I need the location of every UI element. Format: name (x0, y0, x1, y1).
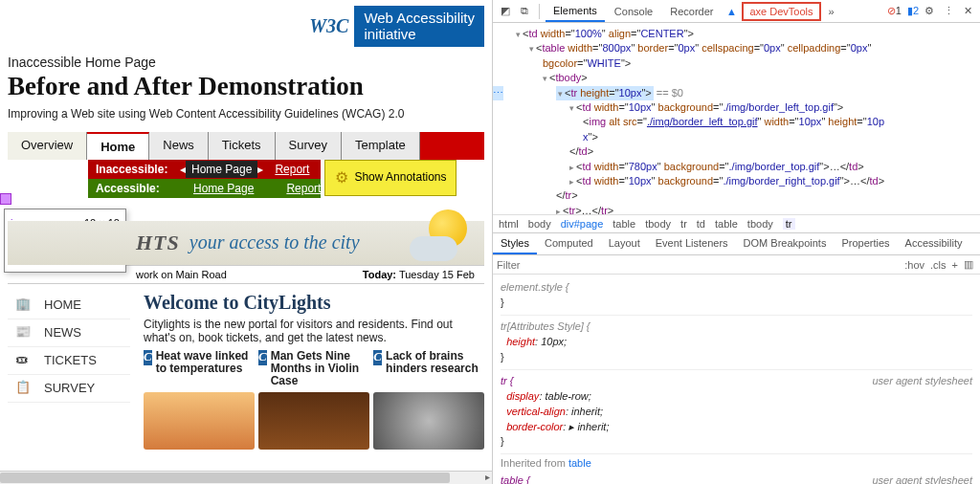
card-image (258, 392, 369, 450)
crumb[interactable]: body (528, 218, 551, 230)
tab-tickets[interactable]: Tickets (209, 132, 276, 160)
message-badge[interactable]: ▮2 (907, 5, 919, 17)
styles-tab-dombp[interactable]: DOM Breakpoints (736, 233, 835, 254)
today-val: Tuesday 15 Feb (399, 269, 475, 280)
styles-tab-a11y[interactable]: Accessibility (898, 233, 970, 254)
tab-survey[interactable]: Survey (276, 132, 342, 160)
ua-label: user agent stylesheet (872, 473, 972, 484)
horizontal-scrollbar[interactable]: ▸ (0, 471, 492, 484)
bar-inaccessible: Inaccessible: ◂ Home Page ▸ Report (88, 160, 321, 179)
nav-home[interactable]: HOME (8, 292, 130, 319)
primary-tabs: Overview Home News Tickets Survey Templa… (8, 132, 484, 160)
strip-left: work on Main Road (136, 269, 227, 280)
main-column: Welcome to CityLights Citylights is the … (130, 292, 484, 450)
css-prop: display (506, 390, 539, 402)
devtools-tab-console[interactable]: Console (607, 2, 660, 21)
cls-toggle[interactable]: .cls (927, 259, 949, 271)
card-3[interactable]: CLack of brains hinders research (373, 350, 484, 450)
tab-home[interactable]: Home (87, 132, 149, 160)
styles-tab-layout[interactable]: Layout (601, 233, 648, 254)
error-badge[interactable]: ⊘1 (887, 5, 902, 17)
bar-home-page-link[interactable]: Home Page (193, 182, 254, 195)
intro-text: Citylights is the new portal for visitor… (144, 318, 479, 344)
strip-right: Today: Tuesday 15 Feb (363, 269, 475, 280)
bar-inacc-label: Inaccessible: (88, 163, 180, 176)
sub-bars: Inaccessible: ◂ Home Page ▸ Report Acces… (88, 160, 321, 198)
nav-label: SURVEY (44, 381, 95, 395)
brand-band: HTS your access to the city (8, 221, 484, 265)
inspect-highlight-box (0, 193, 11, 205)
tab-news[interactable]: News (149, 132, 209, 160)
bar-acc-label: Accessible: (88, 182, 180, 195)
bar-home-page[interactable]: Home Page (186, 161, 257, 178)
kebab-icon[interactable]: ⋮ (940, 3, 957, 20)
nav-survey[interactable]: SURVEY (8, 375, 130, 403)
sub-bars-wrap: Inaccessible: ◂ Home Page ▸ Report Acces… (8, 160, 484, 198)
devtools-tabbar: ◩ ⧉ Elements Console Recorder ▲ axe DevT… (493, 0, 980, 23)
dom-tree[interactable]: <td width="100%" align="CENTER"> <table … (493, 23, 980, 214)
slogan-text: your access to the city (189, 231, 360, 253)
dom-breadcrumbs[interactable]: html body div#page table tbody tr td tab… (493, 214, 980, 233)
card-image (373, 392, 484, 450)
scroll-right-arrow-icon[interactable]: ▸ (485, 472, 490, 482)
card-2[interactable]: CMan Gets Nine Months in Violin Case (258, 350, 369, 450)
scroll-thumb[interactable] (0, 473, 450, 483)
styles-tab-computed[interactable]: Computed (537, 233, 601, 254)
styles-pane[interactable]: element.style {} tr[Attributes Style] { … (493, 275, 980, 484)
devtools-tab-axe[interactable]: axe DevTools (742, 2, 820, 21)
styles-filter-row: :hov .cls + ▥ (493, 255, 980, 275)
dom-src-link[interactable]: ./img/border_left_top.gif (647, 116, 758, 127)
close-icon[interactable]: ✕ (959, 3, 976, 20)
styles-tab-listeners[interactable]: Event Listeners (648, 233, 736, 254)
page-title: Before and After Demonstration (8, 72, 484, 101)
nav-label: HOME (44, 297, 81, 312)
subtitle-2: Improving a Web site using Web Content A… (8, 107, 484, 121)
settings-icon[interactable]: ⚙ (921, 3, 938, 20)
nav-tickets[interactable]: TICKETS (8, 347, 130, 375)
card-image (144, 392, 255, 450)
c-icon: C (258, 350, 267, 365)
css-val: 10px; (541, 336, 567, 347)
device-toggle-icon[interactable]: ⧉ (516, 3, 533, 20)
plus-icon[interactable]: + (949, 259, 961, 271)
css-prop: border-color (506, 421, 563, 432)
crumb[interactable]: td (697, 218, 705, 230)
crumb[interactable]: table (612, 218, 635, 230)
crumb[interactable]: html (499, 218, 519, 230)
crumb[interactable]: div#page (561, 218, 604, 230)
styles-filter-input[interactable] (497, 259, 902, 271)
sidebar-toggle-icon[interactable]: ▥ (961, 258, 976, 271)
wai-badge: W3C Web Accessibility initiative (309, 6, 484, 47)
ua-label: user agent stylesheet (872, 374, 972, 389)
bar-report-link-1[interactable]: Report (275, 163, 309, 176)
msg-count: 2 (913, 5, 919, 16)
crumb[interactable]: table (715, 218, 738, 230)
crumb[interactable]: tr (680, 218, 687, 230)
more-tabs-icon[interactable]: » (823, 3, 840, 20)
css-val: ▸ inherit; (568, 421, 609, 432)
card-title: Lack of brains hinders research (386, 350, 484, 388)
ticket-icon (15, 352, 36, 369)
styles-tab-props[interactable]: Properties (834, 233, 897, 254)
inherit-tag[interactable]: table (568, 457, 591, 469)
annot-label: Show Annotations (354, 171, 446, 184)
devtools-tab-recorder[interactable]: Recorder (662, 2, 721, 21)
nav-news[interactable]: NEWS (8, 319, 130, 347)
bar-report-link-2[interactable]: Report (286, 182, 321, 195)
crumb-selected[interactable]: tr (783, 218, 795, 230)
styles-tab-styles[interactable]: Styles (493, 233, 537, 254)
card-1[interactable]: CHeat wave linked to temperatures (144, 350, 255, 450)
crumb[interactable]: tbody (747, 218, 773, 230)
inspect-icon[interactable]: ◩ (497, 3, 514, 20)
wai-line1: Web Accessibility (364, 10, 475, 26)
tab-template[interactable]: Template (342, 132, 420, 160)
tab-overview[interactable]: Overview (8, 132, 87, 160)
triangle-right-icon[interactable]: ▸ (257, 163, 263, 176)
clipboard-icon (15, 380, 36, 397)
show-annotations-button[interactable]: ⚙ Show Annotations (324, 160, 457, 196)
card-title: Man Gets Nine Months in Violin Case (271, 350, 369, 388)
news-cards: CHeat wave linked to temperatures CMan G… (144, 350, 484, 450)
devtools-tab-elements[interactable]: Elements (546, 1, 605, 22)
hov-toggle[interactable]: :hov (902, 259, 927, 271)
crumb[interactable]: tbody (645, 218, 671, 230)
